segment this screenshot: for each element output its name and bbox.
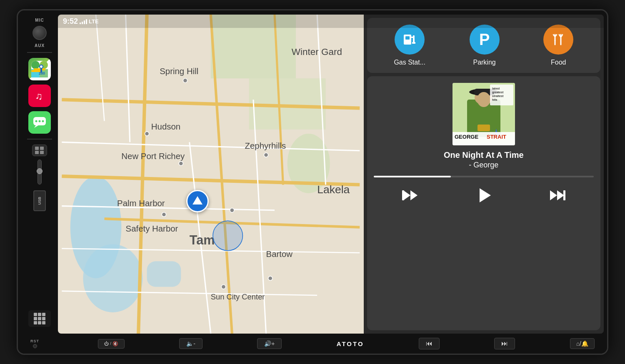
signal-bars (80, 18, 87, 24)
svg-rect-18 (35, 151, 39, 154)
signal-bar-2 (82, 22, 83, 24)
svg-marker-92 (557, 190, 564, 200)
svg-marker-12 (34, 125, 38, 128)
svg-text:Zephyrhills: Zephyrhills (245, 141, 286, 150)
svg-text:Palm Harbor: Palm Harbor (117, 199, 165, 208)
song-info: One Night At A Time - George (444, 150, 524, 170)
svg-text:♫: ♫ (35, 90, 42, 102)
svg-marker-90 (480, 188, 491, 202)
svg-text:straitest: straitest (492, 95, 504, 97)
home-voice-button[interactable]: ⌂/🔔 (570, 338, 595, 349)
map-area[interactable]: Winter Gard Spring Hill Hudson New Port … (58, 15, 364, 334)
aux-label: AUX (35, 43, 45, 48)
svg-point-7 (40, 65, 43, 68)
rewind-button[interactable] (400, 187, 421, 204)
home-voice-icon: ⌂/🔔 (576, 340, 588, 347)
power-mute-button[interactable]: ⏻ / 🔇 (98, 339, 125, 349)
rst-label: RST (30, 339, 39, 343)
svg-point-49 (221, 285, 225, 289)
svg-text:Spring Hill: Spring Hill (160, 67, 198, 76)
usb-area: USB (33, 189, 46, 213)
status-bar: 9:52 LTE (58, 15, 604, 28)
svg-text:latest: latest (492, 87, 500, 90)
volume-slider[interactable] (38, 160, 42, 184)
svg-text:Bartow: Bartow (266, 249, 293, 259)
rst-button[interactable] (33, 344, 37, 348)
next-track-icon: ⏭ (501, 340, 508, 347)
svg-point-42 (183, 78, 187, 82)
artist-name: - George (444, 160, 524, 170)
poi-food[interactable]: Food (543, 25, 573, 66)
messages-app-icon[interactable] (28, 111, 51, 134)
svg-rect-77 (478, 125, 490, 131)
svg-point-14 (39, 120, 41, 122)
power-mute-slash: / (110, 342, 111, 346)
album-art[interactable]: latest greatest straitest hits GEORGE ST… (452, 83, 515, 145)
usb-label: USB (38, 197, 42, 204)
svg-marker-91 (550, 190, 557, 200)
poi-parking[interactable]: P Parking (470, 25, 500, 66)
volume-down-button[interactable]: 🔈- (179, 338, 202, 349)
nav-triangle-icon (192, 196, 202, 204)
signal-area: LTE (80, 18, 99, 25)
svg-point-45 (264, 153, 268, 157)
map-background: Winter Gard Spring Hill Hudson New Port … (58, 15, 364, 334)
svg-point-13 (35, 120, 38, 122)
signal-bar-1 (80, 22, 81, 24)
svg-text:GEORGE: GEORGE (455, 134, 478, 140)
rst-area: RST (30, 339, 39, 348)
mic-label: MIC (35, 18, 44, 22)
svg-marker-88 (410, 190, 418, 200)
svg-rect-1 (31, 61, 40, 69)
divider (27, 52, 52, 53)
grid-icon (34, 313, 45, 324)
svg-text:New Port Richey: New Port Richey (121, 152, 185, 161)
time-display: 9:52 (63, 17, 78, 26)
parking-icon-circle: P (470, 25, 500, 55)
left-panel: MIC AUX 280 (21, 15, 58, 334)
music-app-icon[interactable]: ♫ (28, 85, 51, 107)
svg-text:greatest: greatest (492, 91, 504, 94)
navigation-arrow[interactable] (186, 190, 209, 212)
progress-bar[interactable] (374, 176, 594, 177)
power-icon: ⏻ (104, 341, 109, 346)
svg-rect-16 (35, 147, 39, 150)
svg-text:Tam: Tam (190, 233, 215, 247)
svg-rect-23 (147, 261, 181, 287)
play-button[interactable] (473, 185, 494, 206)
svg-rect-17 (40, 147, 44, 150)
svg-text:280: 280 (39, 71, 45, 75)
poi-gas-station[interactable]: Gas Stat... (394, 25, 425, 66)
volume-slider-thumb (37, 168, 42, 174)
playback-controls (374, 185, 594, 206)
home-grid-button[interactable] (28, 310, 51, 327)
maps-app-icon[interactable]: 280 (28, 58, 51, 80)
next-track-button[interactable]: ⏭ (494, 338, 515, 349)
prev-track-button[interactable]: ⏮ (419, 338, 440, 349)
divider2 (27, 139, 52, 140)
svg-text:Safety Harbor: Safety Harbor (126, 224, 178, 233)
svg-rect-67 (411, 35, 413, 37)
svg-point-22 (83, 244, 142, 312)
svg-point-48 (268, 276, 272, 280)
fast-forward-button[interactable] (547, 187, 568, 204)
side-button[interactable] (32, 145, 47, 156)
signal-bar-3 (84, 20, 85, 24)
gas-station-label: Gas Stat... (394, 59, 425, 66)
svg-text:Sun City Center: Sun City Center (211, 292, 265, 301)
svg-text:STRAIT: STRAIT (487, 134, 506, 140)
prev-track-icon: ⏮ (426, 340, 432, 347)
car-stereo-device: MIC AUX 280 (17, 9, 608, 355)
volume-up-button[interactable]: 🔊+ (257, 338, 282, 349)
song-title: One Night At A Time (444, 150, 524, 160)
bottom-controls: RST ⏻ / 🔇 🔈- 🔊+ ATOTO ⏮ ⏭ ⌂/🔔 (18, 334, 607, 354)
svg-text:Hudson: Hudson (151, 122, 180, 131)
svg-point-61 (213, 221, 242, 250)
svg-rect-89 (402, 190, 404, 200)
svg-text:Winter Gard: Winter Gard (292, 47, 342, 57)
svg-point-46 (162, 212, 166, 217)
signal-bar-4 (86, 19, 87, 24)
music-player: latest greatest straitest hits GEORGE ST… (367, 76, 600, 330)
mic-knob[interactable] (32, 26, 47, 40)
progress-fill (374, 176, 451, 177)
